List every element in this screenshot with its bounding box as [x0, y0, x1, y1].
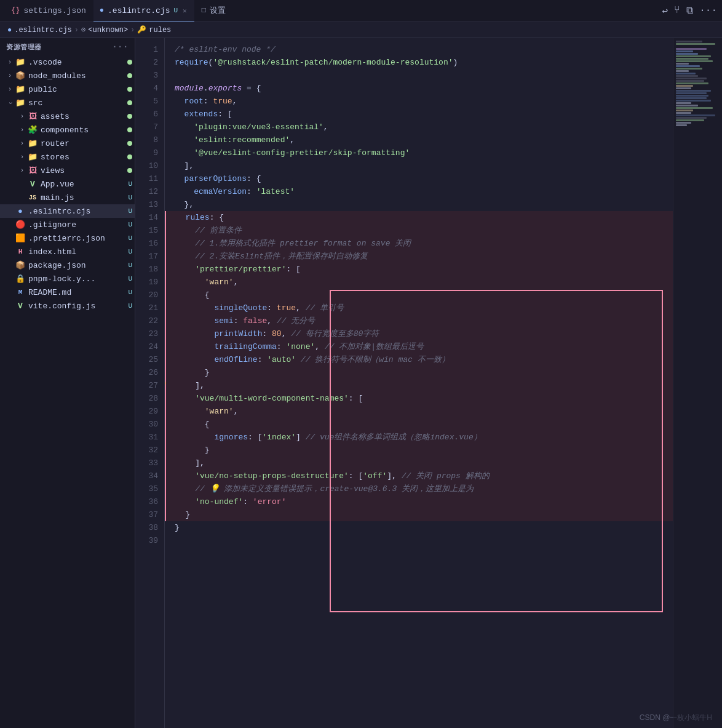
brace-open-20: { — [176, 289, 210, 302]
comment-21: // 单引号 — [301, 302, 344, 314]
sidebar-item-components[interactable]: › 🧩 components — [0, 123, 135, 137]
tab-settings[interactable]: {} settings.json — [5, 0, 92, 22]
prop-root: root — [184, 95, 204, 108]
tab-close-button[interactable]: ✕ — [181, 6, 188, 16]
str-multi-word: 'vue/multi-word-component-names' — [195, 392, 349, 405]
str-off: 'off' — [363, 470, 387, 482]
comment-16: // 1.禁用格式化插件 prettier format on save 关闭 — [176, 237, 411, 250]
sidebar-item-assets[interactable]: › 🖼 assets — [0, 110, 135, 123]
code-line-21: singleQuote: true, // 单引号 — [165, 302, 673, 314]
branch-icon[interactable]: ⑂ — [674, 5, 680, 17]
sidebar-item-app-vue[interactable]: › V App.vue U — [0, 177, 135, 191]
ln-33: 33 — [135, 457, 164, 470]
bulb-icon-27[interactable]: 💡 — [165, 379, 167, 392]
sidebar-label-views: views — [41, 166, 127, 175]
file-package-json-icon: 📦 — [15, 260, 26, 270]
ln-36: 36 — [135, 495, 164, 508]
sidebar-item-node-modules[interactable]: › 📦 node_modules — [0, 69, 135, 82]
history-icon[interactable]: ↩ — [662, 5, 668, 17]
code-line-12: ecmaVersion: 'latest' — [165, 185, 673, 198]
str-vue-prettier: '@vue/eslint-config-prettier/skip-format… — [194, 146, 410, 159]
breadcrumb-rules[interactable]: rules — [149, 26, 171, 34]
sidebar-item-src[interactable]: › 📁 src — [0, 96, 135, 110]
sidebar-item-main-js[interactable]: › JS main.js U — [0, 191, 135, 204]
comment-35: // 💡 添加未定义变量错误提示，create-vue@3.6.3 关闭，这里加… — [176, 482, 474, 495]
brace-close-26: } — [176, 366, 210, 379]
tab-settings-label: settings.json — [23, 6, 85, 15]
split-icon[interactable]: ⧉ — [686, 5, 693, 17]
sidebar-item-readme[interactable]: › M README.md U — [0, 286, 135, 299]
sidebar-item-public[interactable]: › 📁 public — [0, 82, 135, 96]
breadcrumb-sep2: › — [130, 26, 135, 34]
tab-shezhi[interactable]: □ 设置 — [196, 0, 232, 22]
breadcrumb-unknown[interactable]: <unknown> — [88, 26, 128, 34]
tab-bar: {} settings.json ● .eslintrc.cjs U ✕ □ 设… — [0, 0, 722, 22]
arr-close-31: ] — [296, 431, 301, 444]
colon-31: : [ — [248, 431, 262, 444]
sidebar-label-vite-config: vite.config.js — [28, 302, 128, 311]
comment-25: // 换行符号不限制（win mac 不一致） — [296, 353, 450, 366]
module-kw: module — [175, 82, 204, 95]
sidebar: 资源管理器 ··· › 📁 .vscode › 📦 node_modules ›… — [0, 38, 135, 728]
sidebar-item-prettierrc[interactable]: › 🟧 .prettierrc.json U — [0, 231, 135, 245]
breadcrumb: ● .eslintrc.cjs › ⊙ <unknown> › 🔑 rules — [0, 22, 722, 38]
val-80: 80 — [272, 327, 282, 340]
sidebar-item-pnpm-lock[interactable]: › 🔒 pnpm-lock.y... U — [0, 272, 135, 286]
prop-eol: endOfLine — [214, 353, 257, 366]
sidebar-item-vscode[interactable]: › 📁 .vscode — [0, 55, 135, 69]
code-line-27: 💡 ], — [165, 379, 673, 392]
sidebar-item-views[interactable]: › 🖼 views — [0, 164, 135, 177]
code-line-5: root: true, — [165, 95, 673, 108]
code-line-19: 'warn', — [165, 276, 673, 289]
brace-close-32: } — [176, 444, 210, 457]
paren-close-2: ) — [453, 56, 458, 69]
sidebar-item-index-html[interactable]: › H index.html U — [0, 245, 135, 258]
prop-ecma: ecmaVersion — [194, 185, 247, 198]
comment-24: // 不加对象|数组最后逗号 — [320, 340, 424, 353]
code-line-10: ], — [165, 159, 673, 172]
code-line-30: { — [165, 418, 673, 431]
val-false-22: false — [243, 314, 267, 327]
sidebar-label-prettierrc: .prettierrc.json — [28, 234, 128, 243]
colon-24: : — [277, 340, 287, 353]
code-container: 1 2 3 4 5 6 7 8 9 10 11 12 13 14 15 16 1… — [135, 38, 673, 728]
code-line-8: 'eslint:recommended', — [165, 134, 673, 146]
sidebar-item-stores[interactable]: › 📁 stores — [0, 150, 135, 164]
folder-assets-icon: 🖼 — [27, 112, 38, 121]
badge-eslintrc: U — [128, 207, 132, 215]
prop-tc: trailingComma — [214, 340, 276, 353]
badge-prettierrc: U — [128, 234, 132, 242]
brace-open-30: { — [176, 418, 210, 431]
prop-sq: singleQuote — [214, 302, 267, 314]
line-numbers: 1 2 3 4 5 6 7 8 9 10 11 12 13 14 15 16 1… — [135, 38, 165, 728]
breadcrumb-eslint-dot: ● — [7, 26, 12, 34]
tab-eslintrc[interactable]: ● .eslintrc.cjs U ✕ — [93, 0, 194, 22]
ln-21: 21 — [135, 302, 164, 314]
folder-stores-icon: 📁 — [27, 152, 38, 162]
arrow-views: › — [17, 167, 27, 174]
watermark: CSDN @一枚小蜗牛H — [640, 713, 673, 723]
eslintrc-icon: ● — [100, 6, 104, 15]
editor[interactable]: 1 2 3 4 5 6 7 8 9 10 11 12 13 14 15 16 1… — [135, 38, 673, 728]
sidebar-item-gitignore[interactable]: › 🔴 .gitignore U — [0, 218, 135, 231]
new-file-icon[interactable]: ··· — [112, 42, 129, 52]
arrow-src: › — [7, 98, 14, 108]
ln-12: 12 — [135, 185, 164, 198]
breadcrumb-sep1: › — [74, 26, 79, 34]
ln-17: 17 — [135, 250, 164, 263]
sidebar-item-package-json[interactable]: › 📦 package.json U — [0, 258, 135, 272]
code-line-24: trailingComma: 'none', // 不加对象|数组最后逗号 — [165, 340, 673, 353]
str-warn-29: 'warn' — [205, 405, 234, 418]
folder-src-icon: 📁 — [15, 98, 26, 108]
ln-10: 10 — [135, 159, 164, 172]
prop-parser: parserOptions — [184, 172, 247, 185]
sidebar-item-router[interactable]: › 📁 router — [0, 137, 135, 150]
code-line-20: { — [165, 289, 673, 302]
breadcrumb-file[interactable]: .eslintrc.cjs — [14, 26, 72, 34]
sidebar-label-gitignore: .gitignore — [28, 220, 128, 230]
code-line-6: extends: [ — [165, 108, 673, 121]
more-actions-icon[interactable]: ··· — [699, 5, 717, 17]
ln-39: 39 — [135, 534, 164, 547]
sidebar-item-eslintrc[interactable]: › ● .eslintrc.cjs U — [0, 204, 135, 218]
sidebar-item-vite-config[interactable]: › V vite.config.js U — [0, 299, 135, 313]
